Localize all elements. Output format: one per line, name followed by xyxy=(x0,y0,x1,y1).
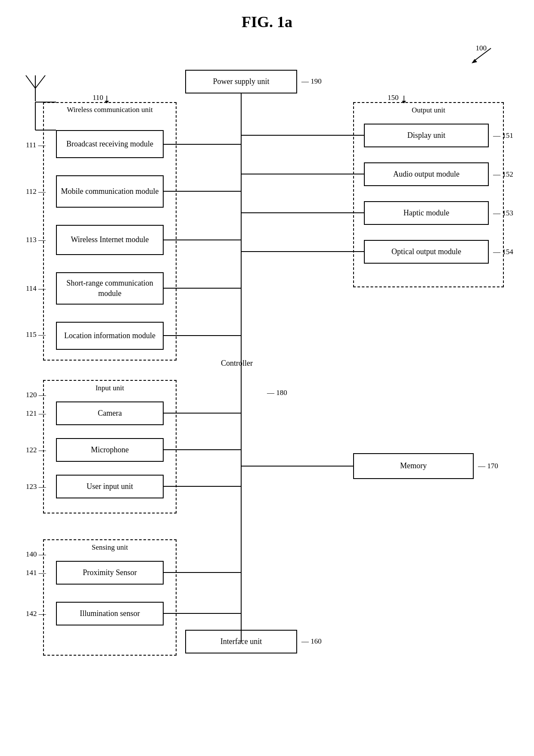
ref-190: — 190 xyxy=(301,77,322,86)
interface-box: Interface unit xyxy=(185,630,297,653)
ref-123: 123 — xyxy=(26,482,46,491)
illumination-box: Illumination sensor xyxy=(56,602,164,625)
sensing-unit-label: Sensing unit xyxy=(80,543,140,552)
wireless-comm-label: Wireless communication unit xyxy=(56,105,164,114)
ref-122: 122 — xyxy=(26,446,46,454)
ref-151: — 151 xyxy=(493,131,513,140)
audio-output-box: Audio output module xyxy=(364,162,489,186)
page-title: FIG. 1a xyxy=(0,0,534,35)
svg-line-5 xyxy=(35,75,45,88)
ref-110: 110 xyxy=(93,93,103,102)
ref-140: 140 — xyxy=(26,550,46,559)
ref-121: 121 — xyxy=(26,409,46,418)
ref-150-arrow xyxy=(400,96,408,103)
ref-180: — 180 xyxy=(267,389,287,397)
power-supply-box: Power supply unit xyxy=(185,70,297,93)
svg-marker-7 xyxy=(105,101,109,103)
ref-114: 114 — xyxy=(26,284,46,293)
ref-110-arrow xyxy=(102,96,111,103)
memory-box: Memory xyxy=(353,453,474,479)
output-unit-label: Output unit xyxy=(396,106,461,115)
ref-170: — 170 xyxy=(478,462,498,470)
ref-112: 112 — xyxy=(26,187,46,196)
svg-line-3 xyxy=(26,75,35,88)
antenna-icon xyxy=(24,73,47,103)
ref-111: 111 — xyxy=(26,141,46,149)
camera-box: Camera xyxy=(56,401,164,425)
ref-100-arrow xyxy=(465,44,500,65)
optical-output-box: Optical output module xyxy=(364,240,489,264)
sensing-unit-dashed xyxy=(43,539,177,656)
ref-120: 120 — xyxy=(26,391,46,399)
ref-115: 115 — xyxy=(26,330,46,339)
proximity-box: Proximity Sensor xyxy=(56,561,164,585)
ref-154: — 154 xyxy=(493,248,513,256)
microphone-box: Microphone xyxy=(56,438,164,462)
wireless-internet-box: Wireless Internet module xyxy=(56,225,164,255)
ref-160: — 160 xyxy=(301,637,322,646)
ref-113: 113 — xyxy=(26,236,46,244)
svg-marker-9 xyxy=(402,101,406,103)
broadcast-box: Broadcast receiving module xyxy=(56,130,164,158)
location-info-box: Location information module xyxy=(56,322,164,350)
ref-152: — 152 xyxy=(493,170,513,179)
ref-153: — 153 xyxy=(493,209,513,218)
haptic-box: Haptic module xyxy=(364,201,489,225)
ref-141: 141 — xyxy=(26,569,46,577)
controller-label: Controller xyxy=(211,358,263,368)
ref-150: 150 xyxy=(388,93,399,102)
mobile-comm-box: Mobile communication module xyxy=(56,175,164,208)
short-range-box: Short-range communication module xyxy=(56,272,164,305)
display-box: Display unit xyxy=(364,124,489,147)
svg-line-0 xyxy=(474,48,491,61)
input-unit-label: Input unit xyxy=(80,383,140,392)
ref-142: 142 — xyxy=(26,610,46,618)
user-input-box: User input unit xyxy=(56,475,164,498)
